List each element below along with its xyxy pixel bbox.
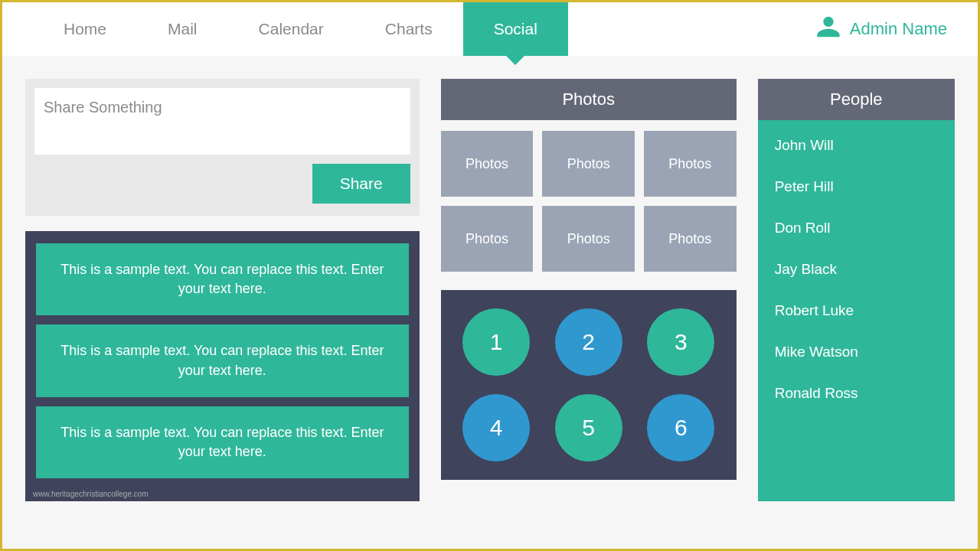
number-circle-4[interactable]: 4 <box>462 394 530 461</box>
people-header: People <box>758 79 955 120</box>
people-item[interactable]: Don Roll <box>775 220 938 236</box>
right-column: People John Will Peter Hill Don Roll Jay… <box>758 79 955 501</box>
photo-cell[interactable]: Photos <box>644 206 737 272</box>
numbers-panel: 1 2 3 4 5 6 <box>441 290 737 480</box>
topbar: Home Mail Calendar Charts Social Admin N… <box>2 2 978 56</box>
nav-calendar[interactable]: Calendar <box>228 2 354 56</box>
middle-column: Photos Photos Photos Photos Photos Photo… <box>441 79 737 501</box>
user-icon <box>816 15 841 44</box>
post-item[interactable]: This is a sample text. You can replace t… <box>36 406 409 478</box>
post-item[interactable]: This is a sample text. You can replace t… <box>36 243 409 315</box>
photo-cell[interactable]: Photos <box>542 206 635 272</box>
number-circle-6[interactable]: 6 <box>647 394 714 461</box>
photo-cell[interactable]: Photos <box>441 206 534 272</box>
nav-social[interactable]: Social <box>463 2 568 56</box>
nav: Home Mail Calendar Charts Social <box>33 2 568 56</box>
number-circle-5[interactable]: 5 <box>555 394 622 461</box>
post-item[interactable]: This is a sample text. You can replace t… <box>36 324 409 396</box>
nav-charts[interactable]: Charts <box>354 2 463 56</box>
photo-cell[interactable]: Photos <box>644 131 737 197</box>
user-area[interactable]: Admin Name <box>816 2 947 56</box>
left-column: Share Something Share This is a sample t… <box>25 79 420 501</box>
posts-panel: This is a sample text. You can replace t… <box>25 231 420 501</box>
number-circle-3[interactable]: 3 <box>647 308 714 376</box>
photo-cell[interactable]: Photos <box>542 131 635 197</box>
nav-mail[interactable]: Mail <box>137 2 228 56</box>
nav-home[interactable]: Home <box>33 2 137 56</box>
photo-cell[interactable]: Photos <box>441 131 534 197</box>
photos-grid: Photos Photos Photos Photos Photos Photo… <box>441 131 737 272</box>
watermark: www.heritagechristiancollege.com <box>33 490 149 498</box>
people-item[interactable]: Robert Luke <box>775 302 938 319</box>
people-item[interactable]: John Will <box>775 137 938 154</box>
people-item[interactable]: Jay Black <box>775 261 938 278</box>
share-input[interactable]: Share Something <box>34 88 410 155</box>
people-item[interactable]: Mike Watson <box>775 344 938 360</box>
content: Share Something Share This is a sample t… <box>2 56 978 517</box>
photos-header: Photos <box>441 79 737 120</box>
share-box: Share Something Share <box>25 79 420 216</box>
user-name: Admin Name <box>850 19 947 39</box>
people-list: John Will Peter Hill Don Roll Jay Black … <box>758 120 955 501</box>
number-circle-1[interactable]: 1 <box>462 308 530 376</box>
photos-panel: Photos Photos Photos Photos Photos Photo… <box>441 79 737 272</box>
people-item[interactable]: Peter Hill <box>775 178 938 195</box>
share-button[interactable]: Share <box>312 164 410 204</box>
number-circle-2[interactable]: 2 <box>555 308 622 376</box>
people-item[interactable]: Ronald Ross <box>775 385 938 402</box>
